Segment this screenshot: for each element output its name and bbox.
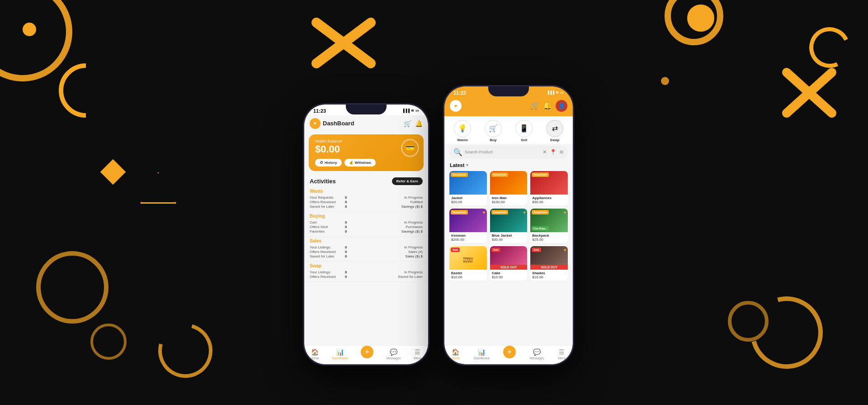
left-cart-icon[interactable]: 🛒 xyxy=(404,120,411,127)
shades-info: Shades $10.00 xyxy=(530,270,568,281)
tab-sell-label: Sell xyxy=(521,138,527,142)
menu-nav-label: Menu xyxy=(414,357,422,360)
product-appliances[interactable]: Swap/Sale Appliances $30.00 xyxy=(530,171,568,205)
shades-badge: Sale xyxy=(532,248,541,252)
left-notch xyxy=(346,105,387,114)
sales-saved-label: Saved for Later xyxy=(310,254,341,258)
wants-title: Wants xyxy=(310,189,423,194)
wants-requests: Your Requests 0 xyxy=(310,195,347,200)
tab-buy[interactable]: 🛒 Buy xyxy=(485,120,502,142)
latest-label: Latest xyxy=(450,162,464,168)
product-bluejacket[interactable]: Swap/Sale ♥ Blue Jacket $30.00 xyxy=(490,209,528,243)
wants-requests-count: 0 xyxy=(345,195,347,200)
product-jacket[interactable]: Swap/Sale Jacket $20.00 xyxy=(449,171,487,205)
refer-earn-button[interactable]: Refer & Earn xyxy=(392,177,423,185)
left-nav-messages[interactable]: 💬 Messages xyxy=(387,348,401,360)
home-nav-label: Home xyxy=(311,357,319,360)
product-cake[interactable]: Sale SOLD OUT Cake $10.00 xyxy=(490,246,528,281)
phones-container: 11:23 ▐▐▐ ≋ ▭ ♥ DashBoard 🛒 🔔 xyxy=(294,40,574,366)
buying-title: Buying xyxy=(310,214,423,219)
tab-row: 💡 Wants 🛒 Buy 📱 Sell ⇄ Swap xyxy=(444,116,573,144)
buying-favs: Favorites 0 xyxy=(310,229,347,233)
wants-right: In Progress Fulfilled Savings ($) $ xyxy=(401,195,423,209)
product-ironman[interactable]: Swap/Sale Iron Man $100.00 xyxy=(490,171,528,205)
appliances-price: $30.00 xyxy=(532,200,566,204)
right-dashboard-label: DashBoard xyxy=(474,357,490,360)
right-battery-icon: ▭ xyxy=(560,91,564,95)
ironman2-name: Ironman xyxy=(451,233,485,238)
sales-offers-count: 0 xyxy=(345,250,347,254)
jacket-price: $20.00 xyxy=(451,200,485,204)
right-dashboard-icon: 📊 xyxy=(478,348,486,356)
sales-offers: Offers Received 0 xyxy=(310,250,347,254)
right-nav-dashboard[interactable]: 📊 DashBoard xyxy=(474,348,490,360)
easter-name: Easter xyxy=(451,271,485,275)
signal-icon: ▐▐▐ xyxy=(402,109,410,113)
backpack-image: Swap/Sale Free Shipp... ♥ xyxy=(530,209,568,232)
easter-badge: Sale xyxy=(451,248,460,252)
right-nav-messages[interactable]: 💬 Messages xyxy=(530,348,544,360)
right-nav-menu[interactable]: ☰ Menu xyxy=(558,348,566,360)
sales-listings: Your Listings 0 xyxy=(310,245,347,249)
product-backpack[interactable]: Swap/Sale Free Shipp... ♥ Backpack $25.0… xyxy=(530,209,568,243)
left-nav-dashboard[interactable]: 📊 DashBoard xyxy=(332,348,348,360)
search-input[interactable]: Search Product xyxy=(465,150,540,154)
search-icon: 🔍 xyxy=(453,148,462,157)
cake-badge: Sale xyxy=(491,248,500,252)
cake-name: Cake xyxy=(492,271,526,275)
swap-saved: Saved for Later xyxy=(398,275,423,279)
tab-swap[interactable]: ⇄ Swap xyxy=(546,120,563,142)
bluejacket-name: Blue Jacket xyxy=(492,233,526,238)
product-shades[interactable]: Sale ♥ SOLD OUT Shades $10.00 xyxy=(530,246,568,281)
wallet-actions: ⏱ History 💰 Withdraw xyxy=(315,159,417,167)
latest-filter-row: Latest ▾ xyxy=(444,161,573,170)
left-nav-plus[interactable]: + xyxy=(361,346,373,358)
wants-saved: Saved for Later 0 xyxy=(310,205,347,209)
product-ironman2[interactable]: Swap/Sale ♥ Ironman $200.00 xyxy=(449,209,487,243)
sales-right: In Progress Sales (#) Sales ($) $ xyxy=(404,245,423,258)
left-nav-menu[interactable]: ☰ Menu xyxy=(414,348,422,360)
right-profile-icon[interactable]: 👤 xyxy=(556,100,567,112)
withdraw-button[interactable]: 💰 Withdraw xyxy=(344,159,376,167)
tab-sell[interactable]: 📱 Sell xyxy=(515,120,533,142)
right-logo: ♥ xyxy=(450,100,462,112)
buying-savings: Savings ($) $ xyxy=(401,229,423,233)
backpack-heart: ♥ xyxy=(564,210,566,215)
right-bell-icon[interactable]: 🔔 xyxy=(543,101,552,110)
messages-icon: 💬 xyxy=(390,348,397,356)
home-icon: 🏠 xyxy=(311,348,319,356)
ironman2-badge: Swap/Sale xyxy=(451,210,468,214)
buying-purchases: Purchases xyxy=(406,225,423,229)
right-app-header: ♥ 🛒 🔔 👤 xyxy=(444,97,573,116)
left-phone: 11:23 ▐▐▐ ≋ ▭ ♥ DashBoard 🛒 🔔 xyxy=(303,103,429,366)
filter-icon[interactable]: ≋ xyxy=(559,149,564,155)
left-bell-icon[interactable]: 🔔 xyxy=(415,120,423,127)
cake-info: Cake $10.00 xyxy=(490,270,528,281)
swap-title: Swap xyxy=(310,263,423,268)
ironman2-price: $200.00 xyxy=(451,238,485,242)
location-icon[interactable]: 📍 xyxy=(550,149,557,155)
chevron-down-icon[interactable]: ▾ xyxy=(466,162,468,167)
sales-group: Sales Your Listings 0 Offers Received 0 xyxy=(304,237,428,262)
buying-favs-count: 0 xyxy=(345,229,347,233)
right-cart-icon[interactable]: 🛒 xyxy=(530,101,539,110)
easter-text2: Easter xyxy=(463,260,473,263)
product-easter[interactable]: Sale Happy Easter Easter $10.00 xyxy=(449,246,487,281)
swap-listings: Your Listings 0 xyxy=(310,270,347,274)
right-menu-label: Menu xyxy=(558,357,566,360)
left-nav-home[interactable]: 🏠 Home xyxy=(311,348,319,360)
right-nav-plus[interactable]: + xyxy=(503,346,516,358)
clear-icon[interactable]: ✕ xyxy=(542,149,547,155)
shades-image: Sale ♥ SOLD OUT xyxy=(530,246,568,270)
left-app-title: DashBoard xyxy=(323,120,354,127)
history-button[interactable]: ⏱ History xyxy=(315,159,342,167)
swap-listings-count: 0 xyxy=(345,270,347,274)
right-menu-icon: ☰ xyxy=(559,348,565,356)
right-logo-icon: ♥ xyxy=(450,100,462,112)
wants-offers-label: Offers Received xyxy=(310,200,341,204)
swap-right: In Progress Saved for Later xyxy=(398,270,423,279)
right-nav-home[interactable]: 🏠 Home xyxy=(451,348,460,360)
sales-left: Your Listings 0 Offers Received 0 Saved … xyxy=(310,245,347,258)
sales-dollar: Sales ($) $ xyxy=(405,254,423,258)
tab-wants[interactable]: 💡 Wants xyxy=(454,120,471,142)
